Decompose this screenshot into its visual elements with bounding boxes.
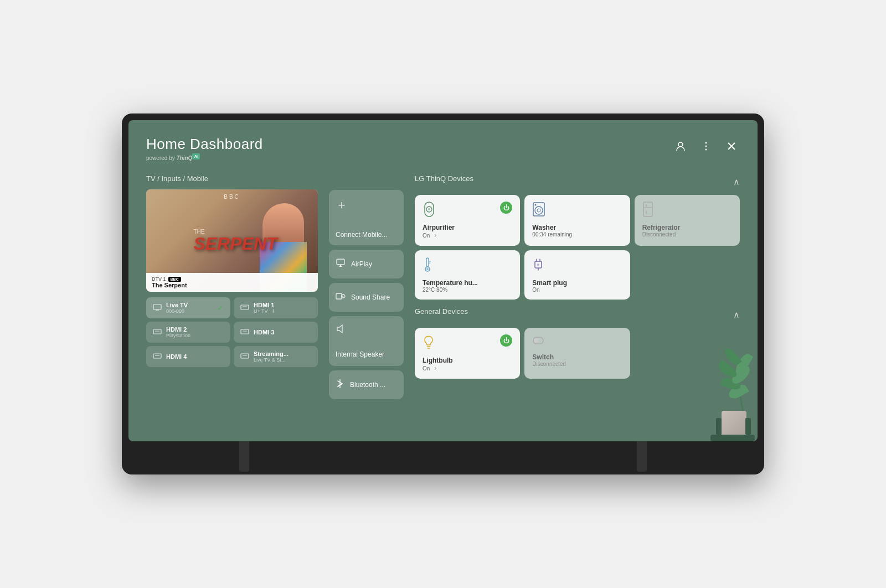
washer-name: Washer — [532, 224, 622, 231]
lightbulb-icon — [423, 334, 435, 352]
svg-rect-18 — [337, 259, 344, 265]
input-grid: Live TV 000-000 ✓ — [146, 297, 318, 367]
connect-mobile-card[interactable]: ＋ Connect Mobile... — [329, 190, 404, 245]
bbc-badge: BBC — [168, 277, 181, 282]
thinq-section-label: LG ThinQ Devices — [415, 174, 473, 183]
svg-point-30 — [535, 204, 537, 206]
device-smart-plug[interactable]: Smart plug On — [524, 250, 630, 300]
hdmi1-sub: U+ TV ⬇ — [254, 308, 276, 314]
streaming-sub: Live TV & St... — [254, 357, 289, 363]
bbc-channel-bar: BBC — [146, 194, 318, 200]
smart-plug-status: On — [532, 287, 622, 293]
title-area: Home Dashboard powered by ThinQAI — [146, 136, 263, 161]
device-refrigerator[interactable]: Refrigerator Disconnected — [635, 195, 740, 246]
internal-speaker-label: Internal Speaker — [336, 350, 384, 358]
hdmi1-label: HDMI 1 — [254, 302, 276, 308]
input-live-tv[interactable]: Live TV 000-000 ✓ — [146, 297, 230, 318]
speaker-icon — [336, 324, 346, 336]
hdmi1-icon — [240, 303, 249, 312]
svg-point-44 — [537, 264, 539, 266]
general-collapse-icon[interactable]: ∧ — [733, 310, 740, 320]
bluetooth-icon — [336, 379, 344, 391]
general-section: General Devices ∧ — [415, 307, 740, 379]
hdmi2-sub: Playstation — [166, 333, 190, 338]
svg-rect-19 — [336, 293, 342, 299]
refrigerator-name: Refrigerator — [642, 224, 732, 231]
svg-rect-35 — [426, 258, 429, 267]
header: Home Dashboard powered by ThinQAI — [146, 136, 740, 161]
active-check-icon: ✓ — [217, 303, 224, 312]
left-panel: TV / Inputs / Mobile BBC THE SERPENT — [146, 174, 318, 399]
svg-rect-6 — [153, 305, 161, 310]
svg-point-48 — [534, 338, 538, 343]
dashboard: Home Dashboard powered by ThinQAI — [128, 120, 758, 441]
hdmi3-icon — [240, 328, 249, 337]
svg-point-37 — [426, 268, 429, 270]
tv-preview[interactable]: BBC THE SERPENT DTV 1 — [146, 189, 318, 292]
account-icon[interactable] — [672, 138, 689, 154]
washer-status: 00:34 remaining — [532, 231, 622, 238]
tv-stand-left — [239, 441, 249, 472]
airplay-label: AirPlay — [351, 260, 372, 268]
smart-plug-icon — [532, 257, 544, 275]
lightbulb-status: On › — [423, 364, 512, 372]
page-title: Home Dashboard — [146, 136, 263, 153]
thinq-section-header: LG ThinQ Devices ∧ — [415, 174, 740, 189]
device-washer[interactable]: Washer 00:34 remaining — [524, 195, 630, 246]
hdmi4-icon — [153, 352, 162, 361]
input-hdmi2[interactable]: HDMI 2 Playstation — [146, 322, 230, 343]
general-section-label: General Devices — [415, 307, 468, 316]
input-hdmi4[interactable]: HDMI 4 — [146, 346, 230, 367]
input-hdmi1[interactable]: HDMI 1 U+ TV ⬇ — [234, 297, 318, 318]
airpurifier-icon — [423, 202, 436, 219]
washer-icon — [532, 202, 545, 219]
device-switch[interactable]: Switch Disconnected — [524, 328, 630, 379]
temperature-icon — [423, 257, 432, 275]
svg-marker-22 — [337, 325, 342, 333]
streaming-label: Streaming... — [254, 350, 289, 357]
switch-icon — [532, 334, 544, 349]
close-icon[interactable] — [723, 138, 740, 154]
lightbulb-name: Lightbulb — [423, 357, 512, 364]
airplay-icon — [336, 258, 346, 270]
airplay-card[interactable]: AirPlay — [329, 250, 404, 278]
lightbulb-power-btn[interactable]: ⏻ — [500, 334, 512, 347]
svg-point-29 — [537, 209, 540, 212]
thinq-device-grid: ⏻ Airpurifier On › — [415, 195, 740, 300]
header-controls — [672, 136, 740, 154]
airpurifier-status: On › — [423, 231, 512, 239]
subtitle: powered by ThinQAI — [146, 154, 263, 161]
tv-screen: Home Dashboard powered by ThinQAI — [128, 120, 758, 441]
live-tv-label: Live TV — [166, 302, 188, 308]
input-streaming[interactable]: Streaming... Live TV & St... — [234, 346, 318, 367]
switch-name: Switch — [532, 353, 622, 361]
svg-rect-12 — [241, 329, 249, 334]
svg-point-0 — [678, 142, 683, 147]
hdmi4-label: HDMI 4 — [166, 353, 187, 360]
connect-mobile-label: Connect Mobile... — [336, 231, 387, 239]
thinq-collapse-icon[interactable]: ∧ — [733, 177, 740, 187]
svg-rect-8 — [241, 305, 249, 310]
device-airpurifier[interactable]: ⏻ Airpurifier On › — [415, 195, 520, 246]
tv-section-label: TV / Inputs / Mobile — [146, 174, 318, 183]
sound-share-card[interactable]: Sound Share — [329, 283, 404, 312]
dtv-label: DTV 1 — [152, 276, 166, 282]
internal-speaker-card[interactable]: Internal Speaker — [329, 316, 404, 366]
tv-info-bar: DTV 1 BBC The Serpent — [146, 273, 318, 292]
bluetooth-card[interactable]: Bluetooth ... — [329, 370, 404, 399]
device-temperature[interactable]: Temperature hu... 22°C 80% — [415, 250, 520, 300]
thinq-logo: ThinQAI — [176, 155, 200, 161]
bluetooth-label: Bluetooth ... — [350, 381, 385, 389]
svg-rect-10 — [153, 329, 161, 334]
switch-status: Disconnected — [532, 361, 622, 367]
tv-stand-area — [128, 441, 758, 474]
device-lightbulb[interactable]: ⏻ Lightbulb On › — [415, 328, 520, 379]
input-hdmi3[interactable]: HDMI 3 — [234, 322, 318, 343]
airpurifier-power-btn[interactable]: ⏻ — [500, 202, 512, 214]
more-icon[interactable] — [698, 138, 714, 154]
streaming-icon — [240, 352, 249, 361]
hdmi2-icon — [153, 328, 162, 337]
thinq-section: LG ThinQ Devices ∧ — [415, 174, 740, 300]
general-device-grid: ⏻ Lightbulb On › — [415, 328, 740, 379]
tv-channel: DTV 1 BBC — [152, 276, 312, 282]
